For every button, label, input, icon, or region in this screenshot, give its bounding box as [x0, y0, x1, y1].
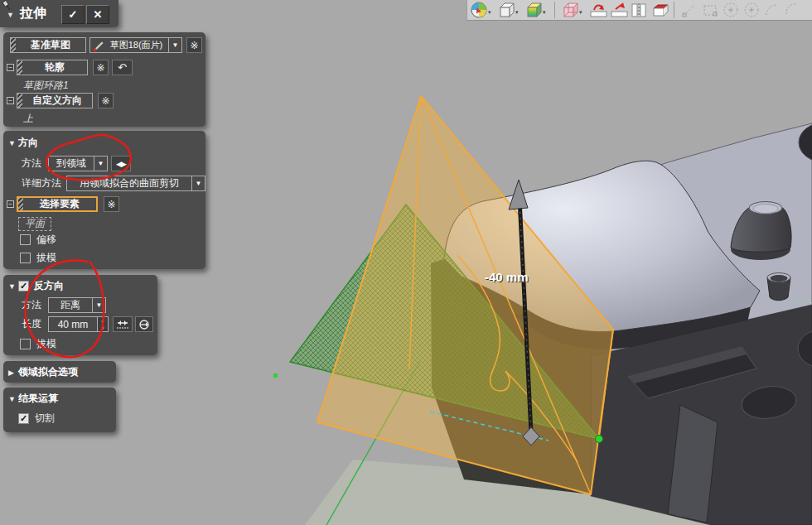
- toolbar-separator: [674, 2, 674, 18]
- cut-label: 切割: [35, 412, 55, 426]
- dropdown-caret[interactable]: ▾: [515, 9, 522, 16]
- reverse-draft-checkbox[interactable]: [20, 339, 31, 349]
- collapse-minus-icon[interactable]: −: [7, 200, 14, 208]
- sketch-arc-disabled-icon: [763, 1, 781, 19]
- reverse-direction-checkbox[interactable]: ✓: [18, 281, 29, 291]
- dropdown-caret[interactable]: ▾: [488, 9, 495, 16]
- section-flip-icon[interactable]: [609, 1, 627, 19]
- parameters-panel: 基准草图 草图18(面片) ▼ ※ − 轮廓 ※ ↶ 草图环路1 − 自定义方向…: [3, 32, 205, 127]
- custom-direction-flag-button[interactable]: ※: [98, 93, 114, 108]
- cycle-value-button[interactable]: [135, 316, 153, 332]
- base-sketch-combo[interactable]: 草图18(面片) ▼: [89, 37, 182, 53]
- reverse-direction-title: 反方向: [34, 279, 64, 293]
- sketch-circle-disabled-icon: [722, 1, 740, 19]
- reverse-method-label: 方法: [22, 298, 41, 312]
- sketch-circle2-disabled-icon: [742, 1, 761, 19]
- measure-distance-button[interactable]: [113, 316, 133, 332]
- direction-section-title: 方向: [18, 136, 38, 150]
- deviation-color-cube-display-icon[interactable]: [524, 1, 543, 19]
- dropdown-arrow-icon[interactable]: ▼: [168, 38, 181, 52]
- profile-button[interactable]: 轮廓: [17, 60, 88, 75]
- length-input[interactable]: 40 mm: [48, 316, 98, 332]
- collapse-minus-icon[interactable]: −: [7, 97, 14, 104]
- length-label: 长度: [22, 317, 41, 331]
- detail-method-label: 详细方法: [22, 176, 61, 190]
- plane-chip-button[interactable]: 平面: [18, 217, 51, 231]
- section-collapse-icon[interactable]: ▼: [8, 139, 18, 147]
- result-operation-panel: ▼ 结果运算 ✓ 切割: [3, 388, 116, 432]
- sketch-line-disabled-icon: [680, 1, 698, 19]
- extrude-distance-label: -40 mm: [485, 270, 529, 284]
- sketch-rectangle-disabled-icon: [701, 1, 719, 19]
- extrude-dialog-titlebar: ▼ 拉伸 ✓ ✕: [0, 0, 118, 27]
- base-sketch-value: 草图18(面片): [104, 38, 168, 52]
- shaded-sphere-display-icon[interactable]: [470, 1, 488, 19]
- base-sketch-flag-button[interactable]: ※: [186, 37, 202, 53]
- region-fit-options-panel: ▶ 领域拟合选项: [3, 361, 116, 383]
- dialog-title: 拉伸: [20, 5, 46, 22]
- result-operation-title: 结果运算: [18, 392, 58, 406]
- section-collapse-icon[interactable]: ▼: [8, 282, 18, 291]
- cycle-icon: [138, 319, 150, 330]
- reverse-method-dropdown[interactable]: 距离 ▼: [48, 297, 106, 313]
- length-spinner[interactable]: ▲ ▼: [98, 316, 109, 332]
- cancel-button[interactable]: ✕: [86, 5, 109, 24]
- region-fit-options-title: 领域拟合选项: [18, 365, 78, 379]
- dropdown-arrow-icon[interactable]: ▼: [191, 176, 205, 190]
- sketch-pencil-icon: [92, 40, 104, 52]
- custom-direction-value[interactable]: 上: [23, 112, 33, 126]
- profile-value[interactable]: 草图环路1: [23, 79, 69, 93]
- spinner-down-icon: ▼: [98, 325, 108, 332]
- view-toolbar: ▾ ▾ ▾ ▾: [466, 0, 812, 21]
- profile-flag-button[interactable]: ※: [93, 60, 109, 75]
- sketch-vertex-handle-right[interactable]: [596, 436, 603, 443]
- select-elements-flag-button[interactable]: ※: [104, 196, 119, 212]
- ruler-arrows-icon: [115, 320, 130, 330]
- sketch-arc2-disabled-icon: [784, 1, 802, 19]
- transparent-cube-display-icon[interactable]: [561, 1, 579, 19]
- draft-checkbox[interactable]: [20, 253, 31, 263]
- dropdown-caret[interactable]: ▾: [579, 9, 586, 16]
- custom-direction-button[interactable]: 自定义方向: [17, 93, 93, 108]
- model-small-boss[interactable]: [767, 273, 790, 301]
- swap-direction-button[interactable]: ◀▶: [111, 156, 131, 171]
- method-dropdown[interactable]: 到领域 ▼: [48, 156, 108, 171]
- draft-label: 拔模: [36, 251, 56, 265]
- pin-icon[interactable]: [1, 0, 12, 12]
- section-expand-icon[interactable]: ▶: [8, 368, 18, 377]
- dropdown-arrow-icon[interactable]: ▼: [94, 157, 107, 171]
- direction-panel: ▼ 方向 方法 到领域 ▼ ◀▶ 详细方法 用领域拟合的曲面剪切 ▼ − 选择要…: [3, 131, 205, 269]
- method-label: 方法: [22, 157, 41, 171]
- confirm-button[interactable]: ✓: [61, 5, 85, 24]
- offset-label: 偏移: [36, 233, 56, 247]
- profile-undo-button[interactable]: ↶: [112, 60, 133, 75]
- dropdown-caret[interactable]: ▾: [543, 9, 549, 16]
- offset-checkbox[interactable]: [20, 234, 31, 245]
- base-sketch-button[interactable]: 基准草图: [10, 37, 86, 53]
- section-collapse-icon[interactable]: ▼: [8, 395, 18, 403]
- reverse-draft-label: 拔模: [36, 337, 56, 351]
- wireframe-cube-display-icon[interactable]: [497, 1, 515, 19]
- reverse-direction-panel: ▼ ✓ 反方向 方法 距离 ▼ 长度 40 mm ▲ ▼ 拔模: [3, 275, 157, 355]
- select-elements-button[interactable]: 选择要素: [17, 196, 98, 212]
- flip-normal-icon[interactable]: [588, 1, 607, 19]
- collapse-arrow-icon[interactable]: ▼: [7, 11, 14, 19]
- spinner-up-icon: ▲: [98, 317, 108, 325]
- dropdown-arrow-icon[interactable]: ▼: [92, 298, 105, 312]
- cut-checkbox[interactable]: ✓: [18, 413, 29, 424]
- split-compare-icon[interactable]: [630, 1, 648, 19]
- mesh-fit-table-icon[interactable]: [650, 1, 669, 19]
- sketch-vertex-handle[interactable]: [273, 373, 278, 378]
- detail-method-dropdown[interactable]: 用领域拟合的曲面剪切 ▼: [66, 176, 205, 191]
- collapse-minus-icon[interactable]: −: [7, 64, 14, 71]
- toolbar-separator: [554, 2, 555, 18]
